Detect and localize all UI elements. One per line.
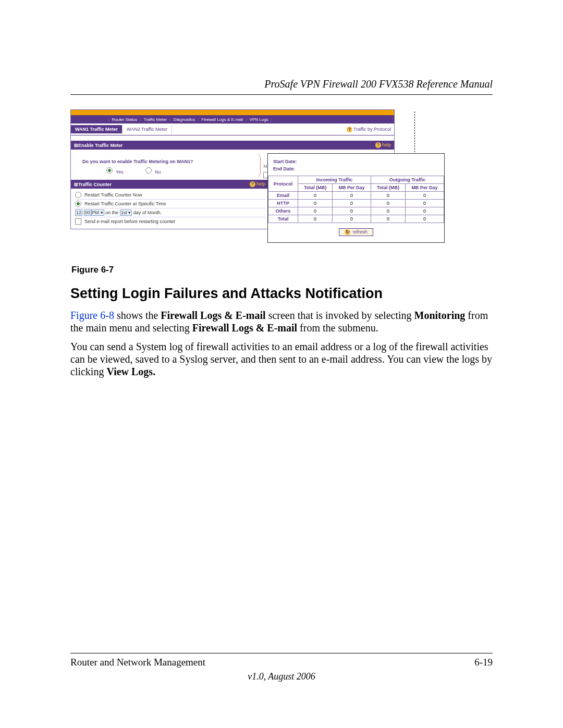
- opt-restart-now[interactable]: Restart Traffic Counter Now: [75, 191, 266, 200]
- figure-6-7: ::Router Status ::Traffic Meter ::Diagno…: [70, 109, 446, 275]
- table-row: Email0000: [268, 192, 444, 200]
- brace-decoration: [252, 153, 261, 178]
- info-icon: ?: [347, 127, 352, 132]
- footer-page-number: 6-19: [474, 657, 493, 668]
- table-row: Total0000: [268, 215, 444, 223]
- panel-enable-traffic-meter: ⊞ Enable Traffic Meter ?help: [71, 141, 394, 150]
- title-bar: [71, 110, 394, 115]
- colgrp-incoming: Incoming Traffic: [298, 176, 371, 184]
- table-row: HTTP0000: [268, 200, 444, 207]
- colgrp-outgoing: Outgoing Traffic: [371, 176, 444, 184]
- radio-yes[interactable]: Yes: [106, 169, 124, 175]
- main-nav: ::Router Status ::Traffic Meter ::Diagno…: [71, 115, 394, 124]
- protocol-table: Protocol Incoming Traffic Outgoing Traff…: [268, 176, 444, 223]
- col-out-perday: MB Per Day: [405, 184, 444, 192]
- opt-time-row[interactable]: 12 : 00 PM ▾ on the 1st ▾ day of Month.: [75, 208, 266, 217]
- tab-router-status[interactable]: Router Status: [112, 117, 137, 122]
- subtab-wan2[interactable]: WAN2 Traffic Meter: [123, 125, 172, 133]
- footer-version: v1.0, August 2006: [70, 671, 493, 682]
- section-heading: Setting Login Failures and Attacks Notif…: [70, 286, 493, 302]
- end-date-label: End Date:: [273, 166, 439, 171]
- footer-chapter: Router and Network Management: [70, 657, 205, 668]
- sub-tab-row: WAN1 Traffic Meter WAN2 Traffic Meter ?T…: [71, 124, 394, 135]
- traffic-by-protocol-link[interactable]: ?Traffic by Protocol: [347, 127, 391, 132]
- tab-traffic-meter[interactable]: Traffic Meter: [144, 117, 167, 122]
- tab-diagnostics[interactable]: Diagnostics: [174, 117, 195, 122]
- radio-no[interactable]: No: [145, 169, 161, 175]
- refresh-icon: ↻: [345, 229, 350, 235]
- help-link[interactable]: ?help: [375, 142, 391, 148]
- col-out-total: Total (MB): [371, 184, 406, 192]
- subtab-wan1[interactable]: WAN1 Traffic Meter: [71, 125, 123, 133]
- tab-firewall-logs[interactable]: Firewall Logs & E-mail: [202, 117, 243, 122]
- col-in-perday: MB Per Day: [332, 184, 371, 192]
- traffic-by-protocol-popup: Start Date: End Date: Protocol Incoming …: [267, 153, 445, 243]
- callout-leader-line: [394, 112, 415, 155]
- help-icon: ?: [250, 181, 255, 187]
- running-header: ProSafe VPN Firewall 200 FVX538 Referenc…: [70, 78, 493, 95]
- col-protocol: Protocol: [268, 176, 298, 192]
- paragraph-1: Figure 6-8 shows the Firewall Logs & E-m…: [70, 309, 493, 334]
- figure-caption: Figure 6-7: [71, 265, 446, 275]
- figure-6-8-link[interactable]: Figure 6-8: [70, 310, 114, 321]
- start-date-label: Start Date:: [273, 159, 439, 164]
- panel-traffic-counter: ⊞ Traffic Counter ?help: [71, 180, 268, 189]
- help-icon: ?: [375, 142, 381, 148]
- tab-vpn-logs[interactable]: VPN Logs: [250, 117, 268, 122]
- table-row: Others0000: [268, 207, 444, 215]
- col-in-total: Total (MB): [298, 184, 333, 192]
- refresh-button[interactable]: ↻ refresh: [339, 228, 373, 236]
- paragraph-2: You can send a System log of firewall ac…: [70, 340, 493, 378]
- opt-email-before-restart[interactable]: Send e-mail report before restarting cou…: [75, 217, 266, 226]
- opt-restart-specific[interactable]: Restart Traffic Counter at Specific Time: [75, 200, 266, 208]
- page-footer: Router and Network Management 6-19 v1.0,…: [70, 653, 493, 682]
